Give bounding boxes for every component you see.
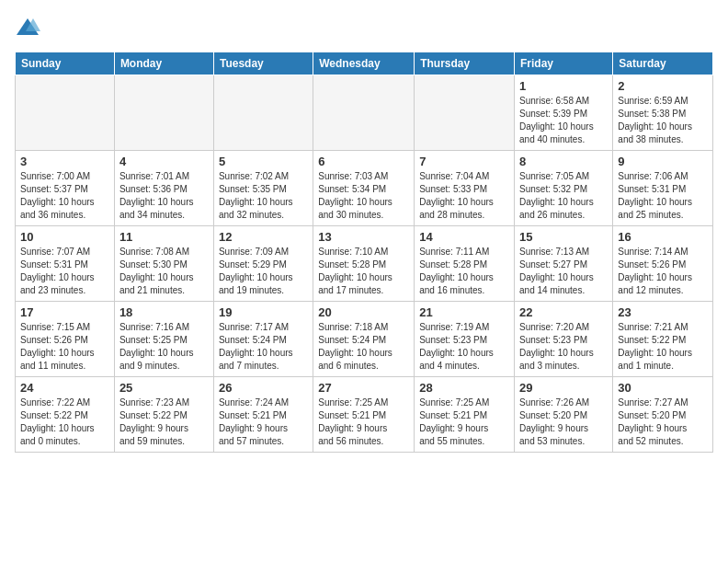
day-info: Sunrise: 7:16 AM Sunset: 5:25 PM Dayligh… — [119, 321, 209, 373]
day-number: 12 — [219, 230, 308, 244]
day-number: 5 — [219, 155, 308, 168]
day-number: 30 — [618, 381, 708, 395]
day-info: Sunrise: 7:24 AM Sunset: 5:21 PM Dayligh… — [219, 396, 308, 448]
day-info: Sunrise: 7:26 AM Sunset: 5:20 PM Dayligh… — [519, 396, 608, 448]
calendar-cell: 19Sunrise: 7:17 AM Sunset: 5:24 PM Dayli… — [213, 302, 313, 377]
day-info: Sunrise: 7:19 AM Sunset: 5:23 PM Dayligh… — [419, 321, 509, 373]
day-number: 17 — [20, 305, 109, 319]
day-info: Sunrise: 7:08 AM Sunset: 5:30 PM Dayligh… — [119, 246, 209, 297]
calendar-cell: 6Sunrise: 7:03 AM Sunset: 5:34 PM Daylig… — [313, 151, 415, 226]
day-info: Sunrise: 7:02 AM Sunset: 5:35 PM Dayligh… — [219, 170, 308, 222]
calendar-cell — [415, 75, 515, 151]
day-number: 11 — [119, 230, 209, 244]
calendar-week-row: 24Sunrise: 7:22 AM Sunset: 5:22 PM Dayli… — [16, 377, 713, 453]
day-info: Sunrise: 7:06 AM Sunset: 5:31 PM Dayligh… — [618, 170, 708, 222]
calendar-cell — [16, 75, 115, 151]
calendar-cell — [213, 75, 313, 151]
calendar-cell: 1Sunrise: 6:58 AM Sunset: 5:39 PM Daylig… — [515, 75, 613, 151]
day-number: 25 — [119, 381, 209, 395]
calendar-cell: 16Sunrise: 7:14 AM Sunset: 5:26 PM Dayli… — [613, 226, 713, 302]
day-number: 16 — [618, 230, 708, 244]
calendar-cell: 20Sunrise: 7:18 AM Sunset: 5:24 PM Dayli… — [313, 302, 415, 377]
day-number: 8 — [519, 155, 608, 168]
day-info: Sunrise: 7:17 AM Sunset: 5:24 PM Dayligh… — [219, 321, 308, 373]
weekday-header-row: SundayMondayTuesdayWednesdayThursdayFrid… — [16, 52, 713, 75]
calendar-cell: 26Sunrise: 7:24 AM Sunset: 5:21 PM Dayli… — [213, 377, 313, 453]
day-number: 26 — [219, 381, 308, 395]
day-number: 29 — [519, 381, 608, 395]
weekday-header-sunday: Sunday — [16, 52, 115, 75]
calendar-week-row: 10Sunrise: 7:07 AM Sunset: 5:31 PM Dayli… — [16, 226, 713, 302]
day-info: Sunrise: 7:05 AM Sunset: 5:32 PM Dayligh… — [519, 170, 608, 222]
day-info: Sunrise: 6:58 AM Sunset: 5:39 PM Dayligh… — [519, 95, 608, 146]
calendar-cell — [313, 75, 415, 151]
day-info: Sunrise: 7:09 AM Sunset: 5:29 PM Dayligh… — [219, 246, 308, 297]
calendar-cell: 22Sunrise: 7:20 AM Sunset: 5:23 PM Dayli… — [515, 302, 613, 377]
weekday-header-wednesday: Wednesday — [313, 52, 415, 75]
day-info: Sunrise: 6:59 AM Sunset: 5:38 PM Dayligh… — [618, 95, 708, 146]
day-info: Sunrise: 7:14 AM Sunset: 5:26 PM Dayligh… — [618, 246, 708, 297]
weekday-header-friday: Friday — [515, 52, 613, 75]
calendar-cell: 8Sunrise: 7:05 AM Sunset: 5:32 PM Daylig… — [515, 151, 613, 226]
calendar-cell: 10Sunrise: 7:07 AM Sunset: 5:31 PM Dayli… — [16, 226, 115, 302]
calendar-cell: 24Sunrise: 7:22 AM Sunset: 5:22 PM Dayli… — [16, 377, 115, 453]
page-header — [15, 15, 713, 40]
calendar-cell: 7Sunrise: 7:04 AM Sunset: 5:33 PM Daylig… — [415, 151, 515, 226]
day-number: 4 — [119, 155, 209, 168]
weekday-header-thursday: Thursday — [415, 52, 515, 75]
calendar-cell: 15Sunrise: 7:13 AM Sunset: 5:27 PM Dayli… — [515, 226, 613, 302]
calendar-cell: 11Sunrise: 7:08 AM Sunset: 5:30 PM Dayli… — [114, 226, 213, 302]
logo-icon — [15, 15, 40, 40]
day-number: 1 — [519, 79, 608, 93]
calendar-cell: 23Sunrise: 7:21 AM Sunset: 5:22 PM Dayli… — [613, 302, 713, 377]
day-info: Sunrise: 7:22 AM Sunset: 5:22 PM Dayligh… — [20, 396, 109, 448]
day-number: 27 — [318, 381, 409, 395]
day-info: Sunrise: 7:25 AM Sunset: 5:21 PM Dayligh… — [318, 396, 409, 448]
calendar-cell: 25Sunrise: 7:23 AM Sunset: 5:22 PM Dayli… — [114, 377, 213, 453]
day-number: 13 — [318, 230, 409, 244]
calendar-cell: 30Sunrise: 7:27 AM Sunset: 5:20 PM Dayli… — [613, 377, 713, 453]
calendar-cell: 9Sunrise: 7:06 AM Sunset: 5:31 PM Daylig… — [613, 151, 713, 226]
calendar-cell: 13Sunrise: 7:10 AM Sunset: 5:28 PM Dayli… — [313, 226, 415, 302]
calendar-cell: 12Sunrise: 7:09 AM Sunset: 5:29 PM Dayli… — [213, 226, 313, 302]
calendar-cell: 28Sunrise: 7:25 AM Sunset: 5:21 PM Dayli… — [415, 377, 515, 453]
calendar-cell: 5Sunrise: 7:02 AM Sunset: 5:35 PM Daylig… — [213, 151, 313, 226]
calendar-cell: 27Sunrise: 7:25 AM Sunset: 5:21 PM Dayli… — [313, 377, 415, 453]
day-number: 9 — [618, 155, 708, 168]
weekday-header-monday: Monday — [114, 52, 213, 75]
day-info: Sunrise: 7:03 AM Sunset: 5:34 PM Dayligh… — [318, 170, 409, 222]
calendar-table: SundayMondayTuesdayWednesdayThursdayFrid… — [15, 52, 713, 453]
calendar-cell: 3Sunrise: 7:00 AM Sunset: 5:37 PM Daylig… — [16, 151, 115, 226]
logo — [15, 15, 44, 40]
day-info: Sunrise: 7:04 AM Sunset: 5:33 PM Dayligh… — [419, 170, 509, 222]
day-info: Sunrise: 7:27 AM Sunset: 5:20 PM Dayligh… — [618, 396, 708, 448]
day-info: Sunrise: 7:21 AM Sunset: 5:22 PM Dayligh… — [618, 321, 708, 373]
calendar-cell: 14Sunrise: 7:11 AM Sunset: 5:28 PM Dayli… — [415, 226, 515, 302]
day-info: Sunrise: 7:00 AM Sunset: 5:37 PM Dayligh… — [20, 170, 109, 222]
calendar-cell: 18Sunrise: 7:16 AM Sunset: 5:25 PM Dayli… — [114, 302, 213, 377]
day-info: Sunrise: 7:10 AM Sunset: 5:28 PM Dayligh… — [318, 246, 409, 297]
day-info: Sunrise: 7:18 AM Sunset: 5:24 PM Dayligh… — [318, 321, 409, 373]
day-number: 21 — [419, 305, 509, 319]
day-info: Sunrise: 7:15 AM Sunset: 5:26 PM Dayligh… — [20, 321, 109, 373]
day-number: 14 — [419, 230, 509, 244]
day-info: Sunrise: 7:20 AM Sunset: 5:23 PM Dayligh… — [519, 321, 608, 373]
day-number: 6 — [318, 155, 409, 168]
calendar-cell: 17Sunrise: 7:15 AM Sunset: 5:26 PM Dayli… — [16, 302, 115, 377]
day-number: 15 — [519, 230, 608, 244]
calendar-cell: 21Sunrise: 7:19 AM Sunset: 5:23 PM Dayli… — [415, 302, 515, 377]
day-number: 10 — [20, 230, 109, 244]
day-number: 28 — [419, 381, 509, 395]
weekday-header-tuesday: Tuesday — [213, 52, 313, 75]
calendar-cell: 2Sunrise: 6:59 AM Sunset: 5:38 PM Daylig… — [613, 75, 713, 151]
calendar-cell: 4Sunrise: 7:01 AM Sunset: 5:36 PM Daylig… — [114, 151, 213, 226]
day-number: 2 — [618, 79, 708, 93]
day-number: 24 — [20, 381, 109, 395]
day-info: Sunrise: 7:25 AM Sunset: 5:21 PM Dayligh… — [419, 396, 509, 448]
calendar-cell — [114, 75, 213, 151]
calendar-week-row: 1Sunrise: 6:58 AM Sunset: 5:39 PM Daylig… — [16, 75, 713, 151]
day-number: 23 — [618, 305, 708, 319]
day-info: Sunrise: 7:11 AM Sunset: 5:28 PM Dayligh… — [419, 246, 509, 297]
calendar-week-row: 3Sunrise: 7:00 AM Sunset: 5:37 PM Daylig… — [16, 151, 713, 226]
day-info: Sunrise: 7:07 AM Sunset: 5:31 PM Dayligh… — [20, 246, 109, 297]
